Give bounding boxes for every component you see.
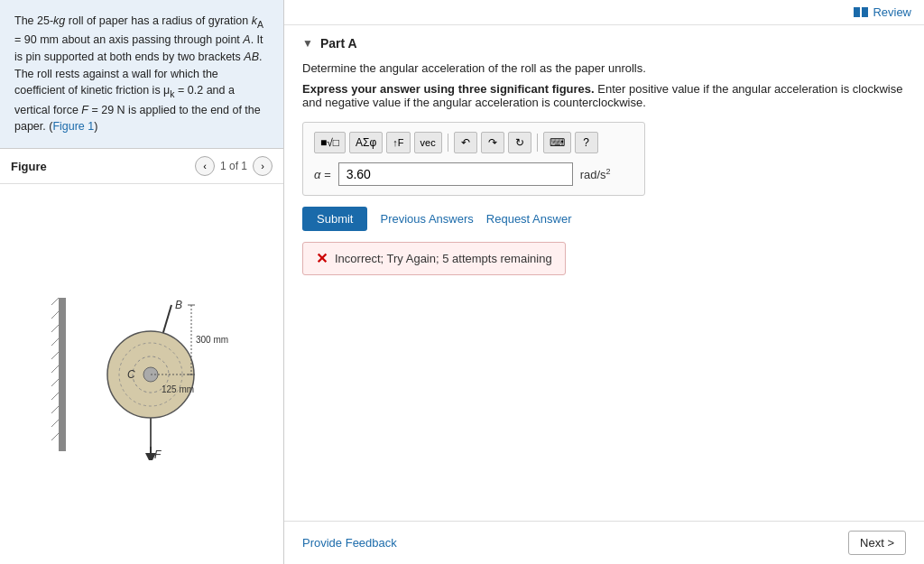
svg-line-1 (51, 298, 59, 305)
svg-text:F: F (154, 448, 162, 460)
svg-text:125 mm: 125 mm (162, 384, 194, 394)
undo-btn[interactable]: ↶ (454, 132, 477, 153)
answer-input[interactable] (338, 162, 573, 186)
svg-line-3 (51, 325, 59, 332)
math-toolbar: ■√□ ΑΣφ ↑F vec ↶ ↷ ↻ ⌨ ? (314, 132, 633, 153)
review-label: Review (873, 5, 911, 19)
instructions: Express your answer using three signific… (302, 82, 906, 109)
toolbar-divider-1 (448, 134, 448, 152)
svg-line-10 (51, 420, 59, 427)
svg-text:B: B (175, 299, 182, 311)
unit-label: rad/s2 (580, 167, 611, 181)
problem-text: The 25-kg roll of paper has a radius of … (0, 0, 283, 149)
previous-answers-button[interactable]: Previous Answers (380, 212, 473, 226)
math-input-btn[interactable]: ■√□ (314, 132, 346, 153)
bottom-bar: Provide Feedback Next > (284, 521, 924, 564)
part-header: ▼ Part A (302, 36, 906, 51)
input-label: α = (314, 168, 331, 181)
keyboard-btn[interactable]: ⌨ (543, 132, 571, 153)
svg-line-5 (51, 352, 59, 359)
part-label: Part A (320, 36, 357, 51)
review-icon (854, 7, 868, 17)
greek-btn[interactable]: ΑΣφ (349, 132, 383, 153)
question-text: Determine the angular acceleration of th… (302, 61, 906, 75)
figure-section: Figure ‹ 1 of 1 › (0, 149, 283, 564)
svg-line-4 (51, 338, 59, 346)
figure-nav: ‹ 1 of 1 › (195, 156, 273, 176)
if-btn[interactable]: ↑F (386, 132, 410, 153)
figure-image: B C (42, 289, 241, 460)
right-panel: Review ▼ Part A Determine the angular ac… (284, 0, 924, 564)
help-btn[interactable]: ? (575, 132, 598, 153)
svg-line-9 (51, 406, 59, 413)
answer-box: ■√□ ΑΣφ ↑F vec ↶ ↷ ↻ ⌨ ? α = rad/s2 (302, 122, 645, 196)
svg-line-7 (51, 379, 59, 386)
svg-line-2 (51, 311, 59, 319)
svg-rect-0 (59, 298, 66, 451)
figure-link[interactable]: Figure 1 (52, 120, 94, 133)
vec-btn[interactable]: vec (414, 132, 442, 153)
svg-text:C: C (127, 368, 135, 381)
collapse-arrow[interactable]: ▼ (302, 37, 313, 50)
figure-canvas: B C (0, 184, 283, 564)
figure-prev-button[interactable]: ‹ (195, 156, 215, 176)
toolbar-divider-2 (537, 134, 538, 152)
review-button[interactable]: Review (854, 5, 911, 19)
action-row: Submit Previous Answers Request Answer (302, 207, 906, 231)
svg-line-8 (51, 393, 59, 400)
figure-title: Figure (11, 160, 47, 173)
input-row: α = rad/s2 (314, 162, 633, 186)
error-icon: ✕ (316, 250, 328, 267)
top-bar: Review (284, 0, 924, 25)
submit-button[interactable]: Submit (302, 207, 367, 231)
error-message: Incorrect; Try Again; 5 attempts remaini… (335, 252, 552, 265)
svg-text:300 mm: 300 mm (196, 335, 228, 345)
request-answer-button[interactable]: Request Answer (486, 212, 572, 226)
error-box: ✕ Incorrect; Try Again; 5 attempts remai… (302, 242, 566, 275)
figure-header: Figure ‹ 1 of 1 › (0, 149, 283, 184)
figure-next-button[interactable]: › (253, 156, 273, 176)
svg-line-11 (51, 433, 59, 440)
feedback-button[interactable]: Provide Feedback (302, 536, 397, 550)
content-area: ▼ Part A Determine the angular accelerat… (284, 25, 924, 521)
left-panel: The 25-kg roll of paper has a radius of … (0, 0, 284, 564)
figure-counter: 1 of 1 (220, 160, 247, 172)
next-button[interactable]: Next > (848, 531, 906, 555)
svg-line-6 (51, 365, 59, 373)
reset-btn[interactable]: ↻ (508, 132, 531, 153)
redo-btn[interactable]: ↷ (481, 132, 504, 153)
